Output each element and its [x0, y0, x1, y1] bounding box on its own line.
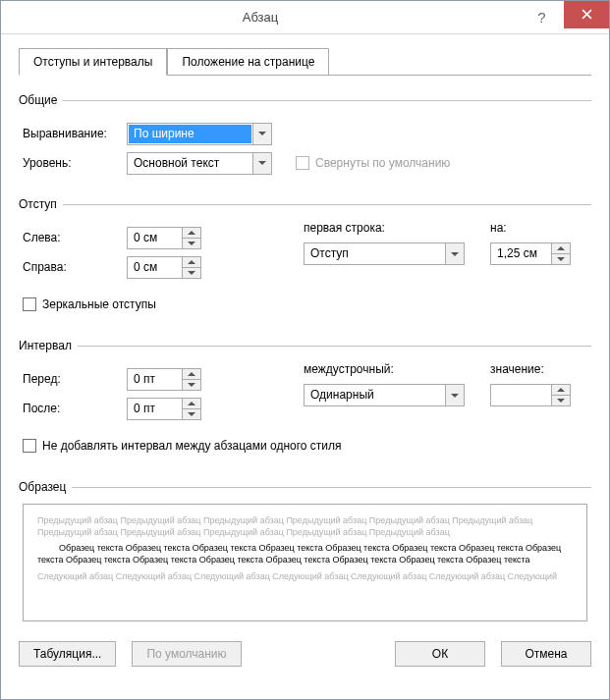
group-indent-legend: Отступ	[19, 197, 63, 211]
preview-sample-text: Образец текста Образец текста Образец те…	[37, 542, 573, 565]
preview-prev-text: Предыдущий абзац Предыдущий абзац Предыд…	[37, 514, 573, 538]
preview-box: Предыдущий абзац Предыдущий абзац Предыд…	[23, 504, 587, 621]
group-preview: Образец Предыдущий абзац Предыдущий абза…	[19, 480, 591, 621]
mirror-label: Зеркальные отступы	[42, 297, 156, 311]
firstline-value: Отступ	[305, 243, 445, 264]
arrow-down-icon	[557, 257, 565, 261]
close-button[interactable]	[564, 1, 609, 28]
spacing-after-label: После:	[23, 402, 127, 415]
noadd-checkbox[interactable]	[23, 439, 36, 453]
preview-next-text: Следующий абзац Следующий абзац Следующи…	[37, 570, 573, 582]
group-spacing-legend: Интервал	[19, 339, 78, 352]
cancel-button-label: Отмена	[525, 647, 567, 661]
arrow-down-icon	[188, 383, 195, 387]
level-select[interactable]: Основной текст	[127, 152, 272, 175]
spin-up-button[interactable]	[183, 257, 200, 268]
spacing-before-spinner[interactable]: 0 пт	[127, 368, 201, 391]
spin-down-button[interactable]	[183, 380, 200, 390]
spin-up-button[interactable]	[183, 399, 200, 409]
spin-down-button[interactable]	[552, 396, 570, 405]
level-value: Основной текст	[128, 153, 252, 174]
spin-down-button[interactable]	[552, 254, 570, 264]
spin-down-button[interactable]	[183, 409, 200, 419]
firstline-select[interactable]: Отступ	[304, 242, 465, 265]
ok-button[interactable]: ОК	[395, 641, 485, 667]
spacing-at-value	[491, 385, 551, 405]
group-preview-legend: Образец	[19, 480, 72, 494]
button-row: Табуляция... По умолчанию ОК Отмена	[19, 625, 591, 667]
alignment-value: По ширине	[129, 125, 251, 143]
tabs-button-label: Табуляция...	[33, 647, 101, 661]
indent-right-label: Справа:	[23, 260, 127, 274]
paragraph-dialog: Абзац ? Отступы и интервалы Положение на…	[0, 0, 610, 700]
firstline-label: первая строка:	[304, 221, 490, 237]
indent-by-value: 1,25 см	[491, 243, 551, 264]
linespacing-select[interactable]: Одинарный	[304, 384, 465, 406]
collapsed-label: Свернуты по умолчанию	[315, 156, 450, 170]
tab-strip: Отступы и интервалы Положение на страниц…	[19, 48, 591, 76]
spin-down-button[interactable]	[183, 239, 200, 248]
level-label: Уровень:	[23, 156, 127, 170]
tab-position-label: Положение на странице	[182, 55, 314, 69]
tab-position[interactable]: Положение на странице	[167, 48, 329, 76]
spin-up-button[interactable]	[552, 385, 570, 396]
collapsed-checkbox	[296, 156, 309, 170]
spin-down-button[interactable]	[183, 268, 200, 278]
cancel-button[interactable]: Отмена	[501, 641, 591, 667]
tab-indents[interactable]: Отступы и интервалы	[19, 48, 167, 76]
spin-up-button[interactable]	[183, 369, 200, 380]
arrow-up-icon	[188, 402, 195, 405]
chevron-down-icon	[258, 132, 266, 135]
spin-up-button[interactable]	[552, 243, 570, 254]
indent-left-spinner[interactable]: 0 см	[127, 227, 201, 249]
arrow-down-icon	[188, 242, 195, 245]
dialog-body: Отступы и интервалы Положение на страниц…	[1, 34, 609, 699]
alignment-select[interactable]: По ширине	[127, 123, 272, 145]
group-indent: Отступ Слева: 0 см Справа:	[19, 197, 591, 321]
indent-by-label: на:	[490, 221, 587, 237]
spacing-before-label: Перед:	[23, 372, 127, 386]
group-spacing: Интервал Перед: 0 пт После:	[19, 339, 591, 462]
group-general: Общие Выравнивание: По ширине Уровень: О…	[19, 93, 591, 180]
tab-content: Общие Выравнивание: По ширине Уровень: О…	[19, 75, 591, 681]
spacing-before-value: 0 пт	[128, 369, 182, 390]
indent-left-label: Слева:	[23, 231, 127, 244]
indent-by-spinner[interactable]: 1,25 см	[490, 242, 571, 265]
arrow-down-icon	[188, 412, 195, 416]
ok-button-label: ОК	[432, 647, 448, 661]
linespacing-value: Одинарный	[305, 385, 445, 405]
arrow-up-icon	[557, 388, 565, 392]
arrow-down-icon	[188, 271, 195, 275]
arrow-up-icon	[188, 372, 195, 376]
indent-left-value: 0 см	[128, 228, 182, 248]
spacing-at-spinner[interactable]	[490, 384, 571, 406]
linespacing-label: междустрочный:	[304, 362, 490, 378]
default-button-label: По умолчанию	[146, 647, 226, 661]
mirror-checkbox[interactable]	[23, 297, 36, 311]
spacing-after-spinner[interactable]: 0 пт	[127, 398, 201, 420]
linespacing-dropdown-button[interactable]	[445, 385, 464, 405]
spacing-after-value: 0 пт	[128, 399, 182, 419]
chevron-down-icon	[451, 394, 459, 398]
help-button[interactable]: ?	[520, 4, 564, 31]
noadd-label: Не добавлять интервал между абзацами одн…	[42, 439, 342, 453]
arrow-up-icon	[188, 260, 195, 264]
arrow-up-icon	[557, 246, 565, 250]
level-dropdown-button[interactable]	[252, 153, 271, 174]
close-icon	[582, 9, 592, 20]
firstline-dropdown-button[interactable]	[445, 243, 464, 264]
tabs-button[interactable]: Табуляция...	[19, 641, 116, 667]
indent-right-spinner[interactable]: 0 см	[127, 256, 201, 279]
default-button: По умолчанию	[132, 641, 241, 667]
tab-indents-label: Отступы и интервалы	[33, 55, 152, 69]
indent-right-value: 0 см	[128, 257, 182, 278]
alignment-dropdown-button[interactable]	[252, 124, 271, 144]
chevron-down-icon	[258, 161, 266, 165]
group-general-legend: Общие	[19, 93, 63, 107]
spin-up-button[interactable]	[183, 228, 200, 239]
titlebar: Абзац ?	[1, 1, 609, 34]
dialog-title: Абзац	[1, 10, 520, 25]
chevron-down-icon	[451, 252, 459, 256]
arrow-down-icon	[557, 399, 565, 403]
spacing-at-label: значение:	[490, 362, 587, 378]
